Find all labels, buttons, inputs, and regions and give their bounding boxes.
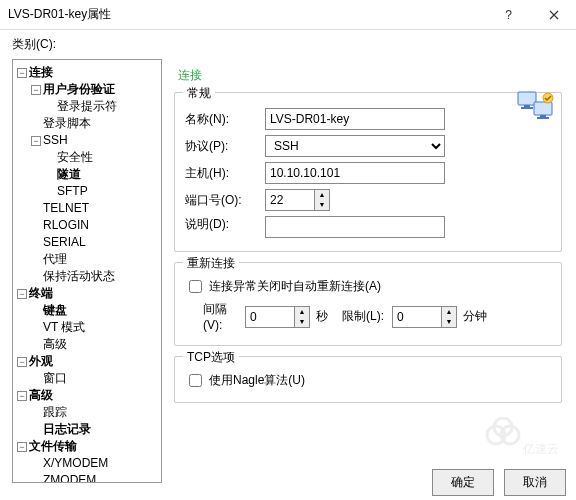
svg-rect-0 bbox=[518, 92, 536, 105]
svg-rect-3 bbox=[534, 102, 552, 115]
tree-toggle[interactable]: − bbox=[17, 391, 27, 401]
port-up-icon[interactable]: ▲ bbox=[315, 190, 329, 200]
host-label: 主机(H): bbox=[185, 165, 265, 182]
tree-toggle[interactable]: − bbox=[17, 442, 27, 452]
svg-rect-5 bbox=[537, 117, 549, 119]
spin-down-icon[interactable]: ▼ bbox=[442, 317, 456, 327]
port-input[interactable] bbox=[265, 189, 315, 211]
svg-text:亿速云: 亿速云 bbox=[522, 442, 559, 456]
tree-filetransfer[interactable]: 文件传输 bbox=[29, 439, 77, 453]
svg-rect-2 bbox=[521, 107, 533, 109]
general-legend: 常规 bbox=[183, 85, 215, 102]
svg-rect-1 bbox=[524, 105, 530, 107]
name-label: 名称(N): bbox=[185, 111, 265, 128]
name-input[interactable] bbox=[265, 108, 445, 130]
tree-toggle[interactable]: − bbox=[17, 289, 27, 299]
tree-security[interactable]: 安全性 bbox=[57, 150, 93, 164]
computers-icon bbox=[516, 90, 556, 124]
limit-unit: 分钟 bbox=[463, 308, 487, 325]
watermark: 亿速云 bbox=[478, 417, 568, 460]
interval-label: 间隔(V): bbox=[185, 301, 245, 332]
ok-button[interactable]: 确定 bbox=[432, 469, 494, 496]
reconnect-legend: 重新连接 bbox=[183, 255, 239, 272]
port-down-icon[interactable]: ▼ bbox=[315, 200, 329, 210]
spin-up-icon[interactable]: ▲ bbox=[442, 307, 456, 317]
panel-title: 连接 bbox=[178, 67, 562, 84]
desc-input[interactable] bbox=[265, 216, 445, 238]
tree-logging[interactable]: 日志记录 bbox=[43, 422, 91, 436]
tcp-group: TCP选项 使用Nagle算法(U) bbox=[174, 356, 562, 403]
help-button[interactable]: ? bbox=[486, 0, 531, 30]
titlebar: LVS-DR01-key属性 ? bbox=[0, 0, 576, 30]
svg-rect-4 bbox=[540, 115, 546, 117]
tree-keyboard[interactable]: 键盘 bbox=[43, 303, 67, 317]
spin-up-icon[interactable]: ▲ bbox=[295, 307, 309, 317]
tree-toggle[interactable]: − bbox=[31, 85, 41, 95]
protocol-select[interactable]: SSH bbox=[265, 135, 445, 157]
tree-tunnel[interactable]: 隧道 bbox=[57, 167, 81, 181]
tree-auth[interactable]: 用户身份验证 bbox=[43, 82, 115, 96]
tree-keepalive[interactable]: 保持活动状态 bbox=[43, 269, 115, 283]
spin-down-icon[interactable]: ▼ bbox=[295, 317, 309, 327]
tree-vtmode[interactable]: VT 模式 bbox=[43, 320, 85, 334]
nagle-label: 使用Nagle算法(U) bbox=[209, 372, 305, 389]
close-icon bbox=[549, 10, 559, 20]
dialog-footer: 确定 取消 bbox=[432, 469, 566, 496]
svg-point-6 bbox=[543, 93, 553, 103]
tree-toggle[interactable]: − bbox=[17, 357, 27, 367]
tree-telnet[interactable]: TELNET bbox=[43, 201, 89, 215]
tree-advanced[interactable]: 高级 bbox=[43, 337, 67, 351]
nagle-checkbox[interactable] bbox=[189, 374, 202, 387]
tree-loginscript[interactable]: 登录脚本 bbox=[43, 116, 91, 130]
tree-zmodem[interactable]: ZMODEM bbox=[43, 473, 96, 483]
category-tree[interactable]: −连接 −用户身份验证 登录提示符 登录脚本 −SSH 安全性 隧道 SFTP … bbox=[12, 59, 162, 483]
tree-loginprompt[interactable]: 登录提示符 bbox=[57, 99, 117, 113]
tree-terminal[interactable]: 终端 bbox=[29, 286, 53, 300]
auto-reconnect-label: 连接异常关闭时自动重新连接(A) bbox=[209, 278, 381, 295]
tree-toggle[interactable]: − bbox=[31, 136, 41, 146]
tree-window[interactable]: 窗口 bbox=[43, 371, 67, 385]
desc-label: 说明(D): bbox=[185, 216, 265, 233]
tree-ssh[interactable]: SSH bbox=[43, 133, 68, 147]
general-group: 常规 名称(N): 协议(P): SSH 主机(H): 端口号(O): ▲▼ bbox=[174, 92, 562, 252]
auto-reconnect-checkbox[interactable] bbox=[189, 280, 202, 293]
cancel-button[interactable]: 取消 bbox=[504, 469, 566, 496]
tree-serial[interactable]: SERIAL bbox=[43, 235, 86, 249]
tree-sftp[interactable]: SFTP bbox=[57, 184, 88, 198]
window-title: LVS-DR01-key属性 bbox=[8, 6, 486, 23]
port-label: 端口号(O): bbox=[185, 192, 265, 209]
reconnect-group: 重新连接 连接异常关闭时自动重新连接(A) 间隔(V): ▲▼ 秒 限制(L):… bbox=[174, 262, 562, 346]
tree-rlogin[interactable]: RLOGIN bbox=[43, 218, 89, 232]
interval-input[interactable] bbox=[245, 306, 295, 328]
tree-appearance[interactable]: 外观 bbox=[29, 354, 53, 368]
close-button[interactable] bbox=[531, 0, 576, 30]
limit-input[interactable] bbox=[392, 306, 442, 328]
tree-connection[interactable]: 连接 bbox=[29, 65, 53, 79]
tree-xymodem[interactable]: X/YMODEM bbox=[43, 456, 108, 470]
tree-advanced2[interactable]: 高级 bbox=[29, 388, 53, 402]
category-label: 类别(C): bbox=[0, 30, 576, 59]
tcp-legend: TCP选项 bbox=[183, 349, 239, 366]
protocol-label: 协议(P): bbox=[185, 138, 265, 155]
interval-unit: 秒 bbox=[316, 308, 328, 325]
tree-toggle[interactable]: − bbox=[17, 68, 27, 78]
host-input[interactable] bbox=[265, 162, 445, 184]
limit-label: 限制(L): bbox=[342, 308, 392, 325]
tree-proxy[interactable]: 代理 bbox=[43, 252, 67, 266]
tree-trace[interactable]: 跟踪 bbox=[43, 405, 67, 419]
